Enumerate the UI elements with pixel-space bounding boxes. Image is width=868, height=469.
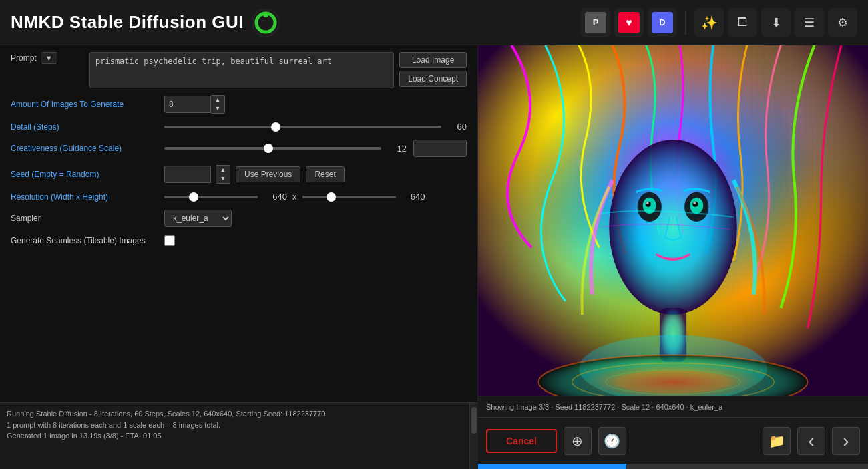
log-line-3: Generated 1 image in 13.19s (3/8) - ETA:… (7, 430, 463, 442)
progress-wrap (478, 464, 868, 469)
detail-value: 60 (448, 122, 467, 132)
svg-point-12 (646, 202, 649, 204)
left-panel: Prompt ▼ Load Image Load Concept Amount … (0, 45, 477, 469)
history-icon: 🕐 (604, 433, 620, 449)
height-value: 640 (401, 192, 425, 202)
list-btn[interactable]: ☰ (795, 8, 824, 37)
download-btn[interactable]: ⬇ (761, 8, 791, 37)
detail-label: Detail (Steps) (11, 122, 164, 132)
log-line-2: 1 prompt with 8 iterations each and 1 sc… (7, 420, 463, 431)
detail-row: Detail (Steps) 60 (11, 122, 467, 132)
creativeness-label: Creativeness (Guidance Scale) (11, 144, 164, 153)
folder-icon: 📁 (769, 433, 785, 449)
prompt-label-wrap: Prompt ▼ (11, 52, 84, 64)
seed-spin-btns: ▲ ▼ (216, 165, 230, 184)
app-title: NMKD Stable Diffusion GUI (11, 12, 244, 33)
sampler-select[interactable]: k_euler_a k_euler k_lms k_dpm_2 k_dpm_2_… (164, 210, 232, 227)
image-display (478, 45, 868, 396)
amount-input[interactable] (164, 96, 211, 113)
load-image-button[interactable]: Load Image (399, 52, 467, 68)
amount-row: Amount Of Images To Generate ▲ ▼ (11, 95, 467, 114)
detail-slider-wrap: 60 (164, 122, 467, 132)
controls-area: Prompt ▼ Load Image Load Concept Amount … (0, 45, 477, 402)
magic-btn[interactable]: ✨ (694, 8, 724, 37)
settings-btn[interactable]: ⚙ (828, 8, 857, 37)
seed-input-wrap: ▲ ▼ Use Previous Reset (164, 165, 345, 184)
resolution-row: Resolution (Width x Height) 640 x 640 (11, 192, 467, 202)
add-icon: ⊕ (572, 433, 583, 449)
image-info-bar: Showing Image 3/3 · Seed 1182237772 · Sc… (478, 396, 868, 417)
amount-input-wrap: ▲ ▼ (164, 95, 225, 114)
creativeness-value: 12 (388, 144, 407, 154)
sampler-label: Sampler (11, 214, 164, 223)
width-value: 640 (263, 192, 287, 202)
display-btn[interactable]: ⧠ (728, 8, 757, 37)
res-x-separator: x (292, 192, 297, 202)
seed-label: Seed (Empty = Random) (11, 170, 164, 179)
patreon-red-btn[interactable]: ♥ (614, 8, 644, 37)
log-line-1: Running Stable Diffusion - 8 Iterations,… (7, 408, 463, 420)
prompt-textarea[interactable] (89, 52, 394, 88)
seed-input[interactable] (164, 166, 211, 183)
folder-button[interactable]: 📁 (763, 427, 791, 455)
log-scrollbar[interactable] (469, 403, 477, 469)
log-area: Running Stable Diffusion - 8 Iterations,… (0, 402, 477, 469)
face-svg (478, 45, 868, 396)
svg-point-13 (693, 202, 696, 204)
guidance-input[interactable] (413, 140, 467, 157)
amount-spin-down[interactable]: ▼ (211, 104, 224, 113)
next-image-button[interactable]: › (832, 427, 860, 455)
svg-point-5 (609, 140, 736, 315)
add-image-button[interactable]: ⊕ (564, 427, 592, 455)
reset-button[interactable]: Reset (306, 166, 344, 182)
resolution-wrap: 640 x 640 (164, 192, 467, 202)
log-text: Running Stable Diffusion - 8 Iterations,… (0, 403, 469, 469)
seed-row: Seed (Empty = Random) ▲ ▼ Use Previous R… (11, 165, 467, 184)
prompt-dropdown-btn[interactable]: ▼ (41, 52, 57, 64)
discord-btn[interactable]: D (648, 8, 677, 37)
image-info-text: Showing Image 3/3 · Seed 1182237772 · Sc… (486, 403, 722, 411)
amount-spin-up[interactable]: ▲ (211, 96, 224, 104)
list-icon: ☰ (804, 15, 815, 30)
patreon-btn[interactable]: P (581, 8, 610, 37)
right-panel: Showing Image 3/3 · Seed 1182237772 · Sc… (477, 45, 868, 469)
creativeness-slider[interactable] (164, 147, 381, 150)
main-content: Prompt ▼ Load Image Load Concept Amount … (0, 45, 868, 469)
prev-icon: ‹ (808, 430, 814, 452)
next-icon: › (843, 430, 849, 452)
sampler-row: Sampler k_euler_a k_euler k_lms k_dpm_2 … (11, 210, 467, 227)
amount-spin-btns: ▲ ▼ (211, 95, 225, 114)
seed-spin-down[interactable]: ▼ (216, 174, 230, 183)
load-concept-button[interactable]: Load Concept (399, 71, 467, 87)
history-button[interactable]: 🕐 (598, 427, 626, 455)
header-icons: P ♥ D ✨ ⧠ ⬇ ☰ ⚙ (581, 8, 857, 37)
magic-icon: ✨ (701, 15, 718, 31)
width-slider[interactable] (164, 196, 258, 198)
creativeness-slider-wrap: 12 (164, 140, 467, 157)
height-slider[interactable] (302, 196, 396, 198)
prompt-label: Prompt (11, 53, 37, 63)
svg-point-2 (262, 19, 270, 27)
scrollbar-thumb (471, 407, 477, 434)
creativeness-row: Creativeness (Guidance Scale) 12 (11, 140, 467, 157)
prev-image-button[interactable]: ‹ (797, 427, 825, 455)
generated-image (478, 45, 868, 396)
progress-bar (478, 464, 626, 469)
prompt-buttons: Load Image Load Concept (399, 52, 467, 87)
header: NMKD Stable Diffusion GUI P ♥ D ✨ ⧠ ⬇ ☰ (0, 0, 868, 45)
svg-point-3 (263, 12, 268, 17)
discord-icon: D (652, 12, 673, 33)
heart-icon: ♥ (618, 12, 640, 33)
cancel-button[interactable]: Cancel (486, 429, 557, 453)
display-icon: ⧠ (736, 15, 748, 29)
detail-slider[interactable] (164, 126, 441, 128)
prompt-row: Prompt ▼ Load Image Load Concept (11, 52, 467, 88)
seed-spin-up[interactable]: ▲ (216, 166, 230, 174)
amount-label: Amount Of Images To Generate (11, 100, 164, 109)
app-logo (252, 9, 280, 37)
download-icon: ⬇ (771, 15, 781, 30)
patreon-icon: P (585, 12, 606, 33)
seamless-label: Generate Seamless (Tileable) Images (11, 236, 164, 245)
use-previous-button[interactable]: Use Previous (236, 166, 300, 182)
seamless-checkbox[interactable] (164, 235, 175, 246)
